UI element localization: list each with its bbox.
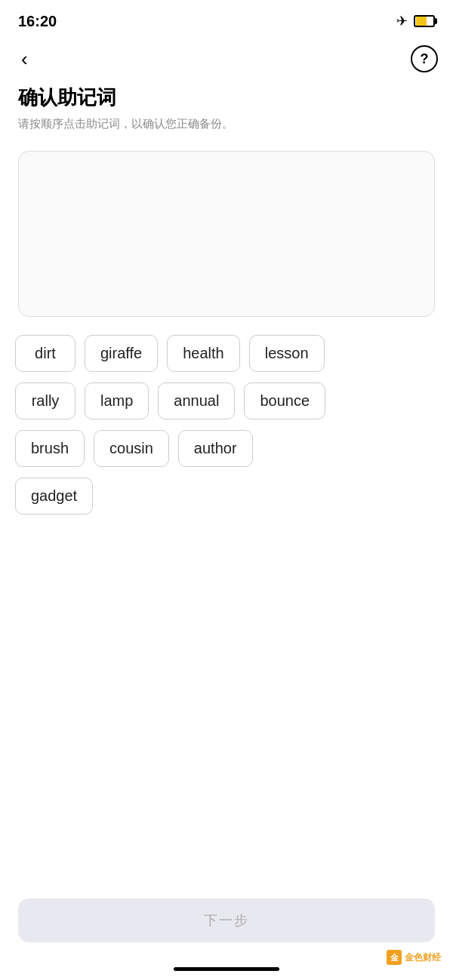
mnemonic-input-area (18, 151, 435, 317)
watermark-icon: 金 (387, 950, 402, 965)
page-header: 确认助记词 请按顺序点击助记词，以确认您正确备份。 (0, 78, 453, 145)
back-button[interactable]: ‹ (15, 46, 34, 72)
word-chip-brush[interactable]: brush (15, 430, 85, 467)
word-chip-author[interactable]: author (178, 430, 253, 467)
bottom-area: 下一步 (0, 899, 453, 942)
word-chip-giraffe[interactable]: giraffe (85, 335, 158, 372)
help-button[interactable]: ? (411, 45, 438, 72)
next-button[interactable]: 下一步 (18, 899, 435, 942)
word-chip-gadget[interactable]: gadget (15, 478, 93, 515)
watermark-label: 金色财经 (405, 951, 441, 964)
page-title: 确认助记词 (18, 84, 435, 111)
word-row-2: rally lamp annual bounce (15, 382, 438, 419)
word-row-1: dirt giraffe health lesson (15, 335, 438, 372)
status-time: 16:20 (18, 13, 57, 30)
battery-icon (414, 15, 435, 27)
word-chip-lesson[interactable]: lesson (249, 335, 325, 372)
watermark: 金 金色财经 (387, 950, 441, 965)
nav-bar: ‹ ? (0, 39, 453, 78)
word-chip-cousin[interactable]: cousin (94, 430, 169, 467)
home-indicator (174, 967, 279, 971)
word-chip-lamp[interactable]: lamp (85, 382, 149, 419)
status-icons: ✈ (396, 13, 435, 29)
battery-fill (416, 17, 427, 26)
word-chip-annual[interactable]: annual (158, 382, 235, 419)
word-grid: dirt giraffe health lesson rally lamp an… (0, 335, 453, 515)
word-chip-rally[interactable]: rally (15, 382, 76, 419)
airplane-icon: ✈ (396, 13, 408, 29)
word-chip-bounce[interactable]: bounce (244, 382, 325, 419)
word-chip-dirt[interactable]: dirt (15, 335, 76, 372)
status-bar: 16:20 ✈ (0, 0, 453, 39)
page-subtitle: 请按顺序点击助记词，以确认您正确备份。 (18, 115, 435, 133)
word-row-3: brush cousin author (15, 430, 438, 467)
word-row-4: gadget (15, 478, 438, 515)
word-chip-health[interactable]: health (167, 335, 240, 372)
